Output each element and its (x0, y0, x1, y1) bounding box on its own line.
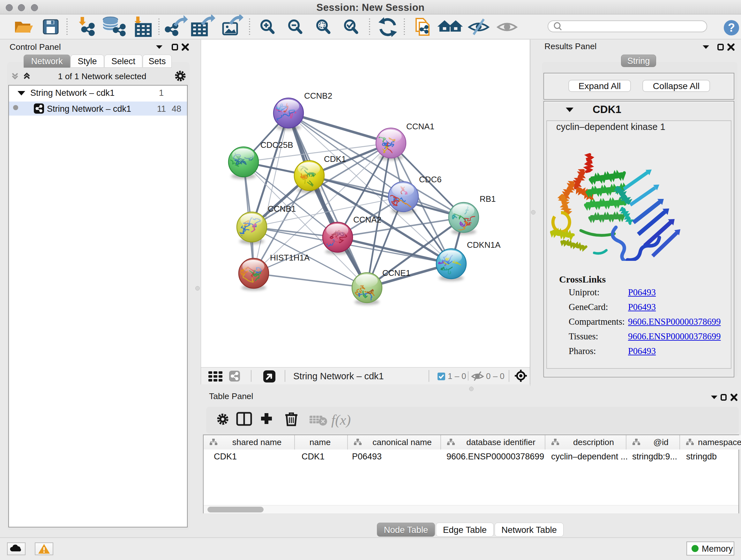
svg-text:CDC25B: CDC25B (260, 140, 293, 150)
svg-text:CCNA2: CCNA2 (353, 215, 381, 225)
svg-text:CDKN1A: CDKN1A (467, 240, 501, 250)
svg-text:f(x): f(x) (331, 412, 351, 428)
svg-text:CCNA1: CCNA1 (406, 122, 434, 131)
svg-text:?: ? (728, 21, 735, 34)
svg-text:HIST1H1A: HIST1H1A (270, 253, 310, 262)
svg-text:CCNE1: CCNE1 (382, 268, 410, 278)
svg-text:CDC6: CDC6 (419, 175, 442, 184)
svg-text:CCNB1: CCNB1 (268, 204, 296, 213)
svg-text:0 – 0: 0 – 0 (486, 371, 504, 381)
svg-text:String Network – cdk1: String Network – cdk1 (293, 371, 384, 381)
svg-text:RB1: RB1 (480, 194, 496, 204)
svg-text:CDK1: CDK1 (324, 154, 346, 164)
svg-text:CCNB2: CCNB2 (304, 91, 332, 101)
svg-text:1 – 0: 1 – 0 (448, 371, 466, 381)
